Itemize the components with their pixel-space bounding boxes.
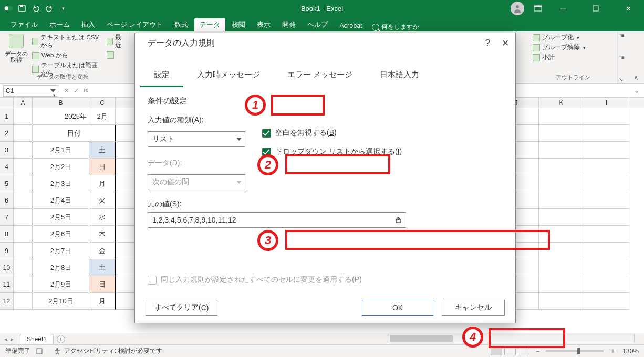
dialog-help-button[interactable]: ?	[485, 38, 490, 49]
dialog-tab-error-alert[interactable]: エラー メッセージ	[274, 65, 366, 87]
select-all-button[interactable]	[0, 98, 14, 108]
minimize-button[interactable]: ─	[552, 0, 575, 17]
cancel-formula-icon[interactable]: ✕	[64, 87, 69, 94]
tab-review[interactable]: 校閲	[226, 18, 251, 32]
cell[interactable]: 2月4日	[33, 192, 89, 209]
tab-data[interactable]: データ	[194, 18, 225, 32]
user-avatar[interactable]	[511, 2, 524, 15]
col-header-A[interactable]: A	[14, 98, 33, 108]
row-header[interactable]: 8	[0, 226, 14, 243]
tab-insert[interactable]: 挿入	[76, 18, 100, 32]
source-input[interactable]: 1,2,3,4,5,6,7,8,9,10,11,12	[148, 212, 406, 228]
from-csv-button[interactable]: テキストまたは CSV から	[32, 34, 103, 49]
sheet-nav-next[interactable]: ▸	[11, 335, 14, 343]
cell[interactable]: 土	[89, 259, 116, 276]
name-box[interactable]: C1▾	[3, 85, 58, 97]
get-data-button[interactable]: データの 取得	[4, 34, 29, 63]
row-header[interactable]: 12	[0, 293, 14, 310]
cell[interactable]: 2月7日	[33, 243, 89, 259]
cell[interactable]: 2月	[89, 108, 116, 125]
cell[interactable]: 2月3日	[33, 175, 89, 192]
cell[interactable]: 金	[89, 243, 116, 259]
from-web-button[interactable]: Web から	[32, 51, 103, 59]
cell[interactable]: 2月2日	[33, 159, 89, 175]
row-header[interactable]: 11	[0, 276, 14, 293]
scrollbar-thumb[interactable]	[390, 335, 453, 342]
row-header[interactable]: 9	[0, 243, 14, 259]
cell[interactable]: 2月10日	[33, 293, 89, 310]
tab-pagelayout[interactable]: ページ レイアウト	[101, 18, 168, 32]
outline-collapse-icon[interactable]: ⁻≡	[619, 55, 628, 60]
collapse-ribbon-button[interactable]: ∧	[629, 32, 643, 83]
dialog-tab-settings[interactable]: 設定	[140, 65, 183, 87]
page-break-view-button[interactable]	[518, 347, 529, 355]
tab-formulas[interactable]: 数式	[169, 18, 193, 32]
row-header[interactable]: 7	[0, 209, 14, 226]
cell[interactable]: 月	[89, 293, 116, 310]
row-header[interactable]: 1	[0, 108, 14, 125]
maximize-button[interactable]	[584, 0, 607, 17]
sheet-nav-prev[interactable]: ◂	[4, 335, 7, 343]
col-header-C[interactable]: C	[89, 98, 116, 108]
row-header[interactable]: 2	[0, 125, 14, 142]
close-button[interactable]: ✕	[617, 0, 640, 17]
undo-icon[interactable]	[32, 4, 40, 13]
cell[interactable]: 日付	[33, 125, 116, 142]
ignore-blank-checkbox[interactable]: 空白を無視する(B)	[262, 128, 402, 138]
cancel-button[interactable]: キャンセル	[442, 300, 505, 316]
cell[interactable]: 土	[89, 142, 116, 159]
accessibility-status[interactable]: アクセシビリティ: 検討が必要です	[54, 346, 162, 355]
sheet-tab-1[interactable]: Sheet1	[20, 334, 54, 344]
cell[interactable]: 水	[89, 209, 116, 226]
normal-view-button[interactable]	[491, 347, 502, 355]
ribbon-display-icon[interactable]	[534, 4, 542, 13]
row-header[interactable]: 10	[0, 259, 14, 276]
tab-file[interactable]: ファイル	[5, 18, 43, 32]
cell[interactable]: 2月1日	[33, 142, 89, 159]
allow-select[interactable]: リスト	[148, 131, 245, 147]
tab-help[interactable]: ヘルプ	[302, 18, 333, 32]
enter-formula-icon[interactable]: ✓	[74, 87, 79, 94]
tab-developer[interactable]: 開発	[277, 18, 301, 32]
cell[interactable]: 月	[89, 175, 116, 192]
cell[interactable]: 日	[89, 276, 116, 293]
range-selector-button[interactable]	[391, 213, 406, 227]
row-header[interactable]: 6	[0, 192, 14, 209]
row-header[interactable]: 4	[0, 159, 14, 175]
cell[interactable]: 2月5日	[33, 209, 89, 226]
autosave-toggle[interactable]	[4, 4, 13, 13]
subtotal-button[interactable]: 小計	[533, 54, 613, 61]
add-sheet-button[interactable]: +	[57, 335, 65, 343]
col-header-B[interactable]: B	[33, 98, 89, 108]
zoom-in-button[interactable]: ＋	[610, 346, 616, 355]
redo-icon[interactable]	[45, 4, 54, 13]
tab-home[interactable]: ホーム	[44, 18, 75, 32]
macro-rec-icon[interactable]	[36, 348, 43, 355]
ok-button[interactable]: OK	[362, 300, 433, 316]
row-header[interactable]: 5	[0, 175, 14, 192]
dialog-tab-input-message[interactable]: 入力時メッセージ	[183, 65, 274, 87]
cell[interactable]: 日	[89, 159, 116, 175]
recent-sources-button[interactable]: 最近	[107, 34, 126, 49]
group-launcher-icon[interactable]: ↘	[619, 77, 628, 82]
fx-icon[interactable]: fx	[84, 87, 88, 94]
col-header-K[interactable]: K	[539, 98, 584, 108]
zoom-level[interactable]: 130%	[622, 348, 639, 355]
tab-view[interactable]: 表示	[252, 18, 276, 32]
in-cell-dropdown-checkbox[interactable]: ドロップダウン リストから選択する(I)	[262, 147, 402, 156]
page-layout-view-button[interactable]	[504, 347, 516, 355]
zoom-slider[interactable]	[546, 350, 604, 352]
cell[interactable]: 2月9日	[33, 276, 89, 293]
tell-me[interactable]: 何をしますか	[372, 23, 419, 32]
dialog-close-button[interactable]: ✕	[502, 38, 509, 49]
ungroup-button[interactable]: グループ解除▾	[533, 44, 613, 51]
outline-expand-icon[interactable]: ⁺≡	[619, 33, 628, 38]
cell[interactable]: 木	[89, 226, 116, 243]
cell[interactable]: 2月6日	[33, 226, 89, 243]
horizontal-scrollbar[interactable]	[388, 334, 635, 343]
cell[interactable]: 火	[89, 192, 116, 209]
group-button[interactable]: グループ化▾	[533, 34, 613, 41]
save-icon[interactable]	[18, 4, 26, 13]
cell[interactable]: 2月8日	[33, 259, 89, 276]
slider-thumb[interactable]	[577, 348, 580, 354]
